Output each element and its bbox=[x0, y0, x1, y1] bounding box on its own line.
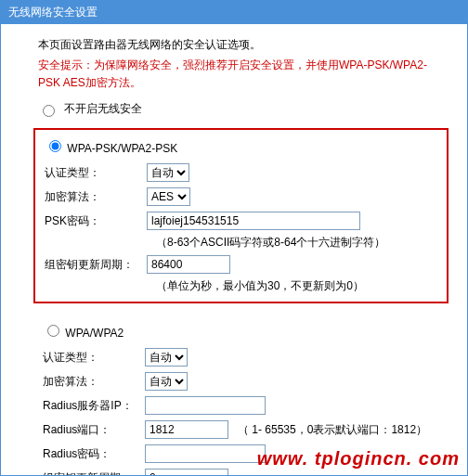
wpa-radius-pw-label: Radius密码： bbox=[43, 446, 145, 462]
option-wpapsk[interactable]: WPA-PSK/WPA2-PSK bbox=[45, 137, 437, 155]
radio-disable-label: 不开启无线安全 bbox=[64, 102, 142, 115]
option-wpa[interactable]: WPA/WPA2 bbox=[43, 322, 439, 340]
settings-panel: 无线网络安全设置 本页面设置路由器无线网络的安全认证选项。 安全提示：为保障网络… bbox=[0, 0, 468, 476]
radio-wpapsk-label: WPA-PSK/WPA2-PSK bbox=[67, 142, 177, 155]
wpa-encryption-select[interactable]: 自动 bbox=[145, 372, 188, 391]
wpa-radius-port-label: Radius端口： bbox=[43, 422, 145, 438]
wpapsk-psk-hint: （8-63个ASCII码字符或8-64个十六进制字符） bbox=[156, 235, 437, 251]
wpapsk-encryption-select[interactable]: AES bbox=[147, 187, 190, 206]
wpa-auth-type-label: 认证类型： bbox=[43, 350, 145, 366]
wpapsk-encryption-label: 加密算法： bbox=[45, 189, 147, 205]
wpapsk-auth-type-label: 认证类型： bbox=[45, 165, 147, 181]
wpapsk-psk-label: PSK密码： bbox=[45, 213, 147, 229]
wpa-radius-port-input[interactable] bbox=[145, 420, 228, 439]
radio-wpapsk[interactable] bbox=[49, 140, 61, 152]
security-warning: 安全提示：为保障网络安全，强烈推荐开启安全设置，并使用WPA-PSK/WPA2-… bbox=[38, 57, 448, 92]
wpa-auth-type-select[interactable]: 自动 bbox=[145, 348, 188, 367]
wpapsk-psk-input[interactable] bbox=[147, 212, 360, 230]
wpa-radius-port-hint: （ 1- 65535，0表示默认端口：1812） bbox=[238, 422, 427, 438]
radio-wpa[interactable] bbox=[47, 325, 59, 337]
wpapsk-gk-hint: （单位为秒，最小值为30，不更新则为0） bbox=[156, 278, 437, 294]
radio-disable[interactable] bbox=[43, 105, 55, 117]
wpa-gk-label: 组密钥更新周期： bbox=[43, 470, 145, 476]
watermark-text: www. tplogincn. com bbox=[257, 448, 460, 470]
wpa-radius-ip-input[interactable] bbox=[145, 396, 266, 415]
wpapsk-gk-label: 组密钥更新周期： bbox=[45, 257, 147, 273]
description-text: 本页面设置路由器无线网络的安全认证选项。 bbox=[38, 37, 448, 53]
page-title: 无线网络安全设置 bbox=[1, 1, 467, 24]
wpa-encryption-label: 加密算法： bbox=[43, 374, 145, 390]
radio-wpa-label: WPA/WPA2 bbox=[65, 327, 124, 340]
wpa-gk-input[interactable] bbox=[145, 469, 228, 476]
group-wpapsk: WPA-PSK/WPA2-PSK 认证类型： 自动 加密算法： AES PSK密… bbox=[33, 128, 448, 303]
wpapsk-auth-type-select[interactable]: 自动 bbox=[147, 163, 189, 182]
wpa-radius-pw-input[interactable] bbox=[145, 444, 266, 463]
option-disable-security[interactable]: 不开启无线安全 bbox=[38, 101, 448, 117]
wpapsk-gk-input[interactable] bbox=[147, 255, 230, 274]
content-area: 本页面设置路由器无线网络的安全认证选项。 安全提示：为保障网络安全，强烈推荐开启… bbox=[1, 24, 467, 476]
wpa-radius-ip-label: Radius服务器IP： bbox=[43, 398, 145, 414]
